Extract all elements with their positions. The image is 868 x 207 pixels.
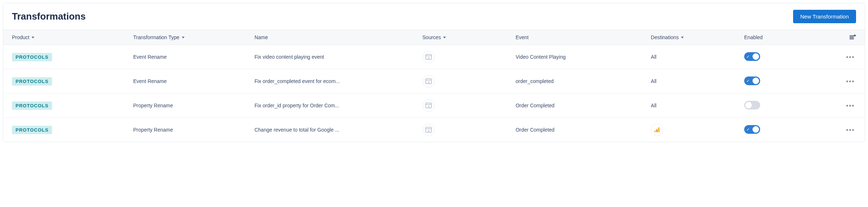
name-cell: Fix video content playing event [254,54,422,60]
table-row[interactable]: PROTOCOLSProperty RenameChange revenue t… [3,118,865,142]
svg-rect-18 [656,129,658,132]
name-cell: Change revenue to total for Google ... [254,127,422,133]
svg-text:JS: JS [427,130,430,132]
col-enabled: Enabled [744,34,828,40]
table-row[interactable]: PROTOCOLSEvent RenameFix video content p… [3,45,865,69]
source-js-icon: JS [422,124,435,136]
page-title: Transformations [12,11,86,22]
destination-cell: All [651,103,744,108]
col-name-label: Name [254,34,268,40]
transformations-panel: Transformations New Transformation Produ… [3,3,865,142]
panel-header: Transformations New Transformation [3,3,865,30]
col-destinations[interactable]: Destinations [651,34,744,40]
product-badge: PROTOCOLS [12,53,52,61]
enabled-toggle[interactable]: ✓ [744,52,760,61]
col-type[interactable]: Transformation Type [133,34,254,40]
row-more-button[interactable] [828,127,856,133]
svg-rect-0 [850,36,854,36]
type-cell: Property Rename [133,103,254,108]
table-body: PROTOCOLSEvent RenameFix video content p… [3,45,865,142]
col-name: Name [254,34,422,40]
source-js-icon: JS [422,51,435,63]
product-badge: PROTOCOLS [12,102,52,110]
new-transformation-button[interactable]: New Transformation [793,10,856,23]
event-cell: Video Content Playing [515,54,651,60]
product-badge: PROTOCOLS [12,126,52,134]
name-cell: Fix order_id property for Order Com... [254,103,422,108]
check-icon: ✓ [746,79,750,83]
enabled-toggle[interactable]: ✓ [744,76,760,85]
enabled-toggle[interactable]: ✓ [744,125,760,134]
svg-text:JS: JS [427,57,430,59]
caret-down-icon [443,37,446,38]
destination-cell: All [651,78,744,84]
svg-text:JS: JS [427,81,430,83]
svg-text:JS: JS [427,105,430,108]
add-column-icon [850,34,856,40]
caret-down-icon [31,37,34,38]
svg-rect-19 [658,127,660,132]
caret-down-icon [681,37,684,38]
check-icon: ✓ [746,54,750,58]
type-cell: Event Rename [133,54,254,60]
name-cell: Fix order_completed event for ecom... [254,78,422,84]
enabled-toggle[interactable] [744,101,760,109]
destination-google-analytics-icon [651,124,663,136]
col-event-label: Event [515,34,528,40]
type-cell: Property Rename [133,127,254,133]
caret-down-icon [182,37,185,38]
col-sources-label: Sources [422,34,441,40]
product-badge: PROTOCOLS [12,77,52,86]
event-cell: Order Completed [515,127,651,133]
destination-cell: All [651,54,744,60]
table-row[interactable]: PROTOCOLSProperty RenameFix order_id pro… [3,94,865,118]
svg-rect-2 [850,38,854,39]
col-sources[interactable]: Sources [422,34,516,40]
type-cell: Event Rename [133,78,254,84]
row-more-button[interactable] [828,78,856,84]
source-js-icon: JS [422,75,435,87]
col-add[interactable] [828,34,856,40]
table-header-row: Product Transformation Type Name Sources… [3,30,865,45]
row-more-button[interactable] [828,54,856,60]
table-row[interactable]: PROTOCOLSEvent RenameFix order_completed… [3,69,865,94]
svg-rect-4 [854,35,856,36]
col-product[interactable]: Product [12,34,133,40]
col-type-label: Transformation Type [133,34,180,40]
event-cell: Order Completed [515,103,651,108]
event-cell: order_completed [515,78,651,84]
col-destinations-label: Destinations [651,34,679,40]
row-more-button[interactable] [828,103,856,109]
source-js-icon: JS [422,99,435,112]
col-event: Event [515,34,651,40]
col-product-label: Product [12,34,29,40]
svg-rect-17 [654,131,656,132]
col-enabled-label: Enabled [744,34,763,40]
check-icon: ✓ [746,127,750,131]
svg-rect-1 [850,37,854,38]
